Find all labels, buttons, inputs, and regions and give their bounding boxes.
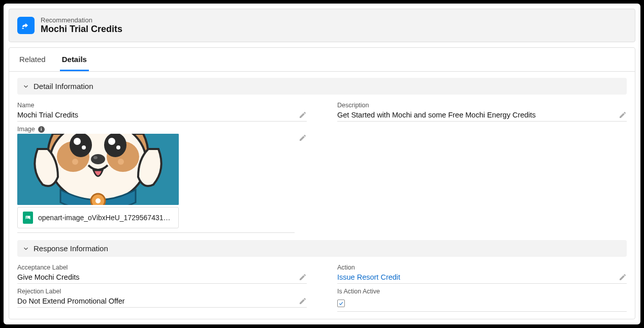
field-label-description: Description xyxy=(337,101,627,110)
field-label-rejection: Rejection Label xyxy=(17,287,307,296)
svg-point-4 xyxy=(72,159,78,165)
svg-point-7 xyxy=(104,134,126,157)
svg-point-10 xyxy=(82,145,86,150)
field-acceptance-label: Acceptance Label Give Mochi Credits xyxy=(17,260,307,284)
is-action-active-checkbox xyxy=(337,300,345,307)
record-title: Mochi Trial Credits xyxy=(41,24,122,35)
edit-action-button[interactable] xyxy=(619,273,627,281)
field-value-action[interactable]: Issue Resort Credit xyxy=(337,273,400,281)
sections: Detail Information Name Mochi Trial Cred… xyxy=(9,72,635,319)
section-title: Detail Information xyxy=(34,82,93,91)
field-label-name: Name xyxy=(17,101,307,110)
record-header: Recommendation Mochi Trial Credits xyxy=(9,9,635,42)
field-label-acceptance: Acceptance Label xyxy=(17,263,307,272)
info-icon[interactable]: i xyxy=(38,126,45,133)
edit-description-button[interactable] xyxy=(619,111,627,119)
edit-rejection-button[interactable] xyxy=(299,297,307,305)
svg-point-15 xyxy=(95,198,101,203)
image-thumbnail[interactable] xyxy=(17,134,179,205)
record-page: Recommendation Mochi Trial Credits Relat… xyxy=(4,4,640,324)
field-action: Action Issue Resort Credit xyxy=(337,260,627,284)
image-file-name: openart-image_oVibxHeU_17295674319… xyxy=(38,214,173,222)
section-header-detail-info[interactable]: Detail Information xyxy=(17,78,627,95)
field-label-action: Action xyxy=(337,263,627,272)
chevron-down-icon xyxy=(22,245,29,252)
svg-point-11 xyxy=(116,145,120,150)
section-body-detail-info: Name Mochi Trial Credits Image xyxy=(17,95,627,238)
tabs: Related Details xyxy=(9,48,635,72)
tab-related[interactable]: Related xyxy=(17,48,48,71)
field-label-is-action-active: Is Action Active xyxy=(337,287,627,296)
field-image: Image i xyxy=(17,122,307,233)
field-value-name: Mochi Trial Credits xyxy=(17,111,78,119)
field-is-action-active: Is Action Active xyxy=(337,284,627,312)
field-description: Description Get Started with Mochi and s… xyxy=(337,98,627,122)
svg-point-6 xyxy=(70,134,92,157)
edit-acceptance-button[interactable] xyxy=(299,273,307,281)
image-file-link[interactable]: openart-image_oVibxHeU_17295674319… xyxy=(17,207,179,228)
edit-image-button[interactable] xyxy=(299,134,307,142)
section-header-response-info[interactable]: Response Information xyxy=(17,240,627,257)
svg-point-9 xyxy=(108,138,115,145)
section-body-response-info: Acceptance Label Give Mochi Credits Reje… xyxy=(17,257,627,317)
svg-point-5 xyxy=(118,159,124,165)
field-value-acceptance: Give Mochi Credits xyxy=(17,273,79,281)
field-value-description: Get Started with Mochi and some Free Moc… xyxy=(337,111,536,119)
svg-point-8 xyxy=(74,138,81,145)
edit-name-button[interactable] xyxy=(299,111,307,119)
svg-point-13 xyxy=(93,156,98,159)
svg-point-12 xyxy=(91,154,105,164)
svg-point-17 xyxy=(26,217,27,218)
tab-details[interactable]: Details xyxy=(60,48,89,71)
object-label: Recommendation xyxy=(41,16,122,24)
field-value-rejection: Do Not Extend Promotional Offer xyxy=(17,297,125,305)
record-header-text: Recommendation Mochi Trial Credits xyxy=(41,16,122,35)
image-file-icon xyxy=(23,212,33,224)
detail-card: Related Details Detail Information Name xyxy=(9,47,635,319)
section-title: Response Information xyxy=(34,244,108,253)
field-name: Name Mochi Trial Credits xyxy=(17,98,307,122)
field-label-image: Image i xyxy=(17,125,307,134)
field-rejection-label: Rejection Label Do Not Extend Promotiona… xyxy=(17,284,307,308)
recommendation-icon xyxy=(17,17,35,34)
chevron-down-icon xyxy=(22,83,29,90)
